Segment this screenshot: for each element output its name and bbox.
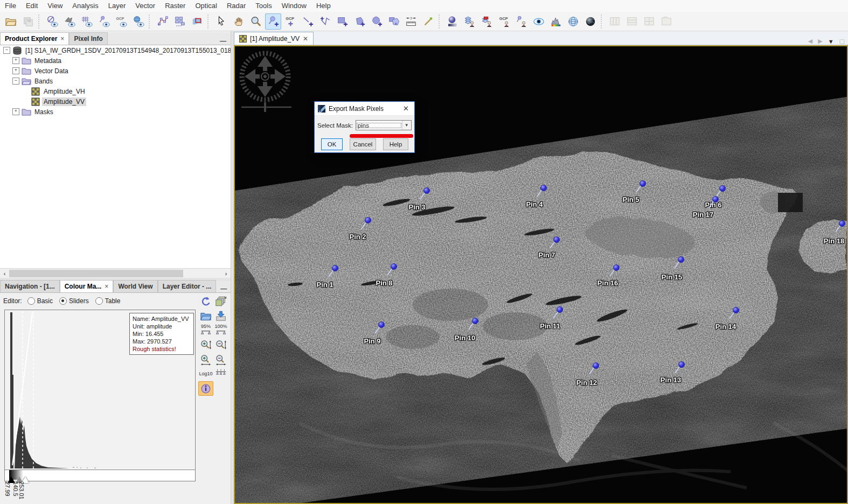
wkt-tool-icon[interactable]: * <box>386 13 402 30</box>
import-palette-icon[interactable] <box>198 309 213 323</box>
tile-single-icon[interactable] <box>658 13 675 30</box>
dialog-close-icon[interactable]: ✕ <box>401 104 411 113</box>
polygon-tool-icon[interactable] <box>351 13 367 30</box>
explorer-hscrollbar[interactable]: ‹ › <box>0 268 231 278</box>
menu-edit[interactable]: Edit <box>21 0 43 12</box>
export-mask-dialog[interactable]: Export Mask Pixels ✕ Select Mask: pins ▼… <box>314 101 415 153</box>
pin-manager-icon[interactable] <box>513 13 530 30</box>
tree-item-metadata[interactable]: +Metadata <box>0 55 231 66</box>
pin-overlay-icon[interactable] <box>96 13 112 30</box>
map-pin-pin-14[interactable] <box>727 306 743 322</box>
menu-optical[interactable]: Optical <box>190 0 221 12</box>
log10-icon[interactable]: Log10 <box>198 367 213 381</box>
collapse-icon[interactable]: − <box>12 78 19 85</box>
scrollbar-track[interactable] <box>9 270 221 277</box>
pan-tool-icon[interactable] <box>231 13 247 30</box>
dialog-title-bar[interactable]: Export Mask Pixels ✕ <box>315 102 414 116</box>
navigation-window-icon[interactable] <box>565 13 581 30</box>
tree-item-bands[interactable]: −Bands <box>0 76 231 86</box>
extra-info-toggle[interactable] <box>198 381 213 396</box>
scroll-tabs-right-icon[interactable]: ▶ <box>818 38 822 45</box>
map-pin-pin-7[interactable] <box>548 235 564 251</box>
radio-basic[interactable]: Basic <box>27 297 53 305</box>
zoomin-horizontal-icon[interactable] <box>198 352 213 367</box>
worldmap-overlay-icon[interactable] <box>130 13 147 30</box>
tree-item-1-s1a-iw-grdh-1sdv-20170913t154948-2017[interactable]: −[1] S1A_IW_GRDH_1SDV_20170913T154948_20… <box>0 45 231 55</box>
map-pin-pin-18[interactable] <box>833 219 848 235</box>
map-pin-pin-17[interactable] <box>707 195 723 211</box>
cancel-button[interactable]: Cancel <box>350 138 376 150</box>
map-pin-pin-1[interactable] <box>326 264 343 280</box>
menu-view[interactable]: View <box>43 0 67 12</box>
scroll-tabs-left-icon[interactable]: ◀ <box>808 38 812 45</box>
tree-item-amplitude-vv[interactable]: Amplitude_VV <box>0 96 231 107</box>
gcp-overlay-icon[interactable]: GCP <box>113 13 129 30</box>
menu-raster[interactable]: Raster <box>160 0 190 12</box>
map-pin-pin-15[interactable] <box>672 255 689 271</box>
help-button[interactable]: Help <box>383 138 408 150</box>
line-tool-icon[interactable] <box>300 13 316 30</box>
ellipse-tool-icon[interactable] <box>369 13 385 30</box>
tab-amplitude-vv[interactable]: [1] Amplitude_VV ✕ <box>234 32 314 45</box>
menu-vector[interactable]: Vector <box>130 0 160 12</box>
chevron-down-icon[interactable]: ▼ <box>402 121 411 130</box>
scrollbar-thumb[interactable] <box>9 270 183 277</box>
magic-wand-icon[interactable] <box>420 13 436 30</box>
radio-sliders[interactable]: Sliders <box>59 297 89 305</box>
stretch-100-icon[interactable]: 100% <box>213 323 228 338</box>
reset-icon[interactable] <box>198 294 213 309</box>
pixel-info-icon[interactable] <box>531 13 547 30</box>
tree-item-vector-data[interactable]: +Vector Data <box>0 66 231 76</box>
tab-layer-editor[interactable]: Layer Editor - ... <box>158 280 217 292</box>
menu-layer[interactable]: Layer <box>103 0 131 12</box>
range-finder-icon[interactable]: ? <box>403 13 419 30</box>
save-product-icon[interactable] <box>20 13 36 30</box>
zoomout-horizontal-icon[interactable] <box>213 352 228 367</box>
close-tab-icon[interactable]: ✕ <box>303 35 308 43</box>
map-pin-pin-4[interactable] <box>535 184 551 200</box>
world-view-icon[interactable] <box>582 13 599 30</box>
zoomin-vertical-icon[interactable] <box>198 338 213 352</box>
rectangle-tool-icon[interactable] <box>334 13 350 30</box>
export-palette-icon[interactable] <box>213 309 228 323</box>
no-data-overlay-icon[interactable] <box>44 13 60 30</box>
gcp-tool-icon[interactable]: GCP <box>282 13 298 30</box>
radio-table[interactable]: Table <box>95 297 121 305</box>
tab-colour-ma[interactable]: Colour Ma...× <box>60 280 114 292</box>
tree-item-masks[interactable]: +Masks <box>0 107 231 117</box>
map-pin-pin-16[interactable] <box>608 263 624 279</box>
close-tab-icon[interactable]: × <box>60 33 64 45</box>
statistics-icon[interactable] <box>548 13 564 30</box>
open-product-icon[interactable] <box>3 13 19 30</box>
map-pin-pin-9[interactable] <box>373 320 389 337</box>
scroll-left-icon[interactable]: ‹ <box>0 270 9 277</box>
multi-apply-icon[interactable] <box>213 294 228 309</box>
menu-help[interactable]: Help <box>311 0 336 12</box>
tab-world-view[interactable]: World View <box>113 280 157 292</box>
menu-analysis[interactable]: Analysis <box>67 0 103 12</box>
world-extent-icon[interactable] <box>189 13 205 30</box>
histogram-editor[interactable]: Name: Amplitude_VV Unit: amplitude Min: … <box>4 310 196 470</box>
graticule-overlay-icon[interactable] <box>79 13 95 30</box>
geometry-overlay-icon[interactable] <box>61 13 78 30</box>
tie-point-grid-icon[interactable] <box>172 13 188 30</box>
map-pin-pin-12[interactable] <box>587 361 603 377</box>
zoom-tool-icon[interactable] <box>248 13 264 30</box>
collapse-icon[interactable]: − <box>3 47 10 54</box>
tab-pixel-info[interactable]: Pixel Info <box>69 32 107 45</box>
tile-evenly-icon[interactable] <box>607 13 623 30</box>
minimize-dock-icon[interactable]: — <box>216 37 231 45</box>
zoomout-vertical-icon[interactable] <box>213 338 228 352</box>
select-tool-icon[interactable] <box>213 13 230 30</box>
stretch-95-icon[interactable]: 95% <box>198 323 213 338</box>
menu-file[interactable]: File <box>0 0 21 12</box>
map-pin-pin-10[interactable] <box>467 317 483 333</box>
maximize-window-icon[interactable]: ▢ <box>839 38 845 45</box>
tab-list-dropdown-icon[interactable]: ▼ <box>828 38 834 45</box>
map-pin-pin-13[interactable] <box>673 360 689 376</box>
colour-ramp-strip[interactable] <box>4 470 196 481</box>
minimize-dock-icon[interactable]: — <box>216 285 231 292</box>
mask-combobox[interactable]: pins ▼ <box>356 120 412 130</box>
node-edit-icon[interactable]: * <box>155 13 171 30</box>
menu-tools[interactable]: Tools <box>251 0 276 12</box>
